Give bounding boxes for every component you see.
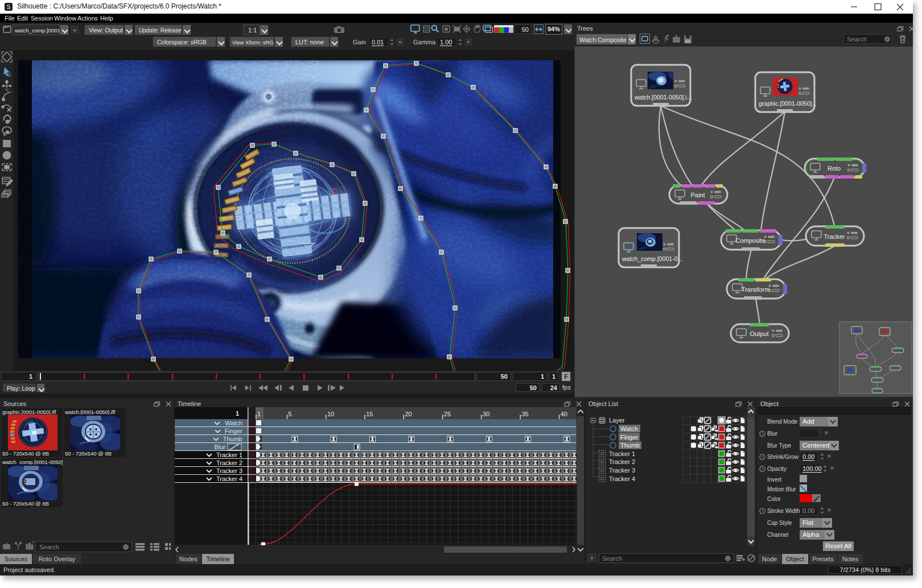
svg-text:watch_comp.[0001-0...: watch_comp.[0001-0...: [621, 255, 682, 262]
svg-text:Tracker 4: Tracker 4: [216, 475, 242, 482]
svg-text:1: 1: [257, 411, 261, 417]
svg-text:Finger: Finger: [620, 434, 639, 441]
svg-text:25: 25: [444, 411, 451, 417]
svg-text:Tracker 3: Tracker 3: [609, 467, 635, 474]
svg-text:Finger: Finger: [225, 428, 243, 434]
svg-text:15: 15: [366, 411, 373, 417]
svg-text:Tracker 1: Tracker 1: [609, 450, 635, 457]
svg-text:Tracker 2: Tracker 2: [609, 458, 635, 465]
svg-text:Composite: Composite: [735, 237, 765, 244]
svg-text:30: 30: [483, 411, 489, 417]
svg-text:graphic.[0001-0050]...: graphic.[0001-0050]...: [759, 100, 817, 107]
svg-text:Paint: Paint: [690, 192, 705, 198]
svg-text:Watch: Watch: [620, 425, 638, 432]
svg-text:5: 5: [289, 411, 292, 417]
svg-text:20: 20: [405, 411, 412, 417]
svg-text:Tracker: Tracker: [824, 233, 845, 240]
svg-text:Tracker 3: Tracker 3: [216, 467, 242, 474]
svg-text:Blur: Blur: [214, 444, 225, 450]
svg-text:S: S: [7, 4, 11, 10]
svg-text:Output: Output: [750, 330, 768, 337]
svg-text:Watch: Watch: [225, 420, 242, 426]
svg-text:35: 35: [521, 411, 528, 417]
svg-text:Tracker 1: Tracker 1: [216, 452, 242, 458]
svg-text:watch.[0001-0050].i...: watch.[0001-0050].i...: [634, 94, 691, 101]
svg-text:40: 40: [561, 411, 567, 417]
svg-text:Thumb: Thumb: [223, 436, 242, 442]
svg-text:1: 1: [236, 410, 239, 417]
svg-text:Layer: Layer: [609, 417, 625, 424]
svg-text:Transform: Transform: [742, 286, 770, 293]
svg-text:Tracker 4: Tracker 4: [609, 475, 635, 482]
svg-text:Tracker 2: Tracker 2: [216, 459, 242, 466]
svg-text:Thumb: Thumb: [620, 442, 640, 449]
svg-text:10: 10: [327, 411, 334, 417]
svg-text:Roto: Roto: [828, 165, 841, 172]
